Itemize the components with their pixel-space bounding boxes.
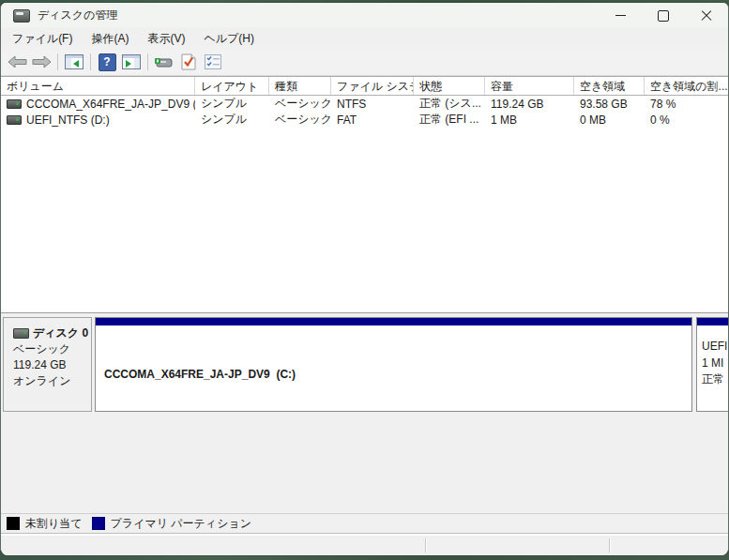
volume-name: CCCOMA_X64FRE_JA-JP_DV9 (C:) <box>26 98 195 111</box>
partition-c-details: CCCOMA_X64FRE_JA-JP_DV9 (C:) 119.24 GB N… <box>96 325 691 412</box>
titlebar: ディスクの管理 <box>1 3 728 28</box>
show-console-tree-button[interactable] <box>62 51 86 73</box>
cell-filesystem: FAT <box>331 114 414 127</box>
cell-free: 93.58 GB <box>574 98 645 111</box>
table-row-volume-c[interactable]: CCCOMA_X64FRE_JA-JP_DV9 (C:) シンプル ベーシック … <box>1 96 728 112</box>
partition-type-bar <box>96 318 691 325</box>
action-pane-icon <box>122 54 141 69</box>
column-header-free[interactable]: 空き領域 <box>574 77 645 95</box>
help-button[interactable]: ? <box>95 51 119 73</box>
graphical-view: ディスク 0 ベーシック 119.24 GB オンライン CCCOMA_X64F… <box>1 312 728 513</box>
window-title: ディスクの管理 <box>38 8 117 23</box>
disk-console-icon <box>154 54 175 69</box>
cell-type: ベーシック <box>269 96 331 112</box>
column-header-free-pct[interactable]: 空き領域の割... <box>645 77 728 95</box>
forward-arrow-icon <box>32 55 52 68</box>
cell-layout: シンプル <box>195 96 269 112</box>
volume-list: ボリューム レイアウト 種類 ファイル システム 状態 容量 空き領域 空き領域… <box>1 76 728 312</box>
console-tree-icon <box>65 54 84 69</box>
menu-view[interactable]: 表示(V) <box>138 29 194 49</box>
disk-name: ディスク 0 <box>33 325 88 341</box>
document-check-icon <box>181 53 196 70</box>
legend-bar: 未割り当て プライマリ パーティション <box>1 513 728 533</box>
cell-volume: CCCOMA_X64FRE_JA-JP_DV9 (C:) <box>1 98 195 111</box>
desktop-background: ディスクの管理 ファイル(F) 操作(A) 表示(V) ヘルプ(H) <box>0 0 729 560</box>
table-row-volume-d[interactable]: UEFI_NTFS (D:) シンプル ベーシック FAT 正常 (EFI ..… <box>1 112 728 128</box>
statusbar-separator <box>425 538 426 552</box>
partition-type-bar <box>697 318 728 325</box>
cell-free-pct: 78 % <box>645 98 728 111</box>
column-header-layout[interactable]: レイアウト <box>195 77 269 95</box>
primary-partition-swatch-icon <box>92 517 105 530</box>
minimize-icon <box>615 15 626 16</box>
close-icon <box>701 10 712 22</box>
cell-filesystem: NTFS <box>331 98 414 111</box>
menu-action[interactable]: 操作(A) <box>82 29 138 49</box>
column-header-capacity[interactable]: 容量 <box>485 77 574 95</box>
toolbar-separator <box>147 53 148 70</box>
disk-0-info-panel[interactable]: ディスク 0 ベーシック 119.24 GB オンライン <box>3 317 92 412</box>
disk-0-row: ディスク 0 ベーシック 119.24 GB オンライン CCCOMA_X64F… <box>3 317 728 412</box>
partition-title: CCCOMA_X64FRE_JA-JP_DV9 (C:) <box>104 367 691 384</box>
maximize-button[interactable] <box>642 3 685 28</box>
volume-list-header: ボリューム レイアウト 種類 ファイル システム 状態 容量 空き領域 空き領域… <box>1 77 728 96</box>
app-disk-icon <box>13 9 30 23</box>
refresh-check-button[interactable] <box>176 51 201 73</box>
volume-drive-icon <box>7 99 22 109</box>
partition-size-fs: 1 MI <box>702 356 728 372</box>
checklist-icon <box>205 54 221 69</box>
cell-free: 0 MB <box>574 114 645 127</box>
minimize-button[interactable] <box>599 3 642 28</box>
volume-name: UEFI_NTFS (D:) <box>26 114 110 127</box>
partition-uefi[interactable]: UEFI 1 MI 正常 <box>696 317 728 412</box>
volume-drive-icon <box>7 115 22 125</box>
show-action-pane-button[interactable] <box>119 51 144 73</box>
cell-volume: UEFI_NTFS (D:) <box>1 114 195 127</box>
cell-status: 正常 (シス... <box>414 96 485 112</box>
partition-title: UEFI <box>702 339 728 356</box>
column-header-volume[interactable]: ボリューム <box>1 77 195 95</box>
column-header-status[interactable]: 状態 <box>414 77 485 95</box>
cell-type: ベーシック <box>269 112 331 128</box>
disk-icon <box>13 328 29 339</box>
statusbar-separator <box>609 538 610 552</box>
view-options-button[interactable] <box>201 51 225 73</box>
legend-unallocated-label: 未割り当て <box>25 516 83 532</box>
cell-status: 正常 (EFI ... <box>414 112 485 128</box>
toolbar-separator <box>57 53 58 70</box>
column-header-type[interactable]: 種類 <box>269 77 331 95</box>
maximize-icon <box>658 10 669 22</box>
cell-capacity: 119.24 GB <box>485 98 574 111</box>
disk-size: 119.24 GB <box>13 357 91 373</box>
cell-free-pct: 0 % <box>645 114 728 127</box>
menu-file[interactable]: ファイル(F) <box>3 29 82 49</box>
menu-help[interactable]: ヘルプ(H) <box>194 29 264 49</box>
disk-console-button[interactable] <box>152 51 176 73</box>
partition-uefi-details: UEFI 1 MI 正常 <box>697 325 728 388</box>
forward-button[interactable] <box>29 51 53 73</box>
unallocated-swatch-icon <box>7 517 20 530</box>
help-icon: ? <box>99 53 116 71</box>
legend-primary-partition-label: プライマリ パーティション <box>111 516 251 532</box>
disk-type: ベーシック <box>13 341 91 357</box>
back-button[interactable] <box>5 51 29 73</box>
partition-status: 正常 <box>702 371 728 388</box>
close-button[interactable] <box>685 3 728 28</box>
window-controls <box>599 3 728 28</box>
cell-capacity: 1 MB <box>485 114 574 127</box>
cell-layout: シンプル <box>195 112 269 128</box>
disk-status: オンライン <box>13 373 91 389</box>
disk-management-window: ディスクの管理 ファイル(F) 操作(A) 表示(V) ヘルプ(H) <box>0 3 729 555</box>
menubar: ファイル(F) 操作(A) 表示(V) ヘルプ(H) <box>1 28 728 49</box>
partition-c[interactable]: CCCOMA_X64FRE_JA-JP_DV9 (C:) 119.24 GB N… <box>95 317 692 412</box>
back-arrow-icon <box>8 55 27 68</box>
statusbar <box>1 536 728 555</box>
column-header-filesystem[interactable]: ファイル システム <box>331 77 414 95</box>
toolbar: ? <box>1 49 728 76</box>
toolbar-separator <box>90 53 91 70</box>
